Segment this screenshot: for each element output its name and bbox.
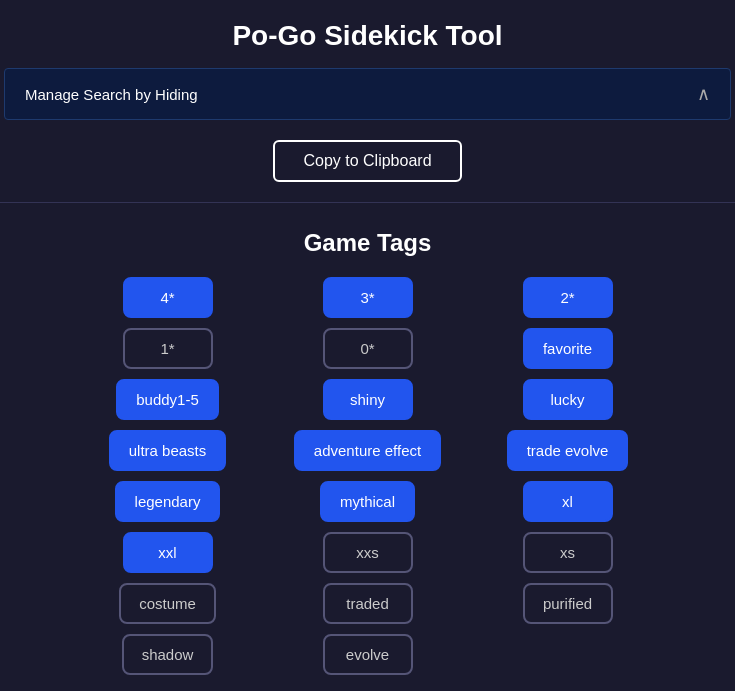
tag-3*[interactable]: 3* <box>323 277 413 318</box>
tags-grid: 4*1*buddy1-5ultra beastslegendaryxxlcost… <box>0 277 735 691</box>
tag-mythical[interactable]: mythical <box>320 481 415 522</box>
tag-trade-evolve[interactable]: trade evolve <box>507 430 629 471</box>
tag-xl[interactable]: xl <box>523 481 613 522</box>
game-tags-title: Game Tags <box>0 213 735 277</box>
manage-bar[interactable]: Manage Search by Hiding ∧ <box>4 68 731 120</box>
tag-4*[interactable]: 4* <box>123 277 213 318</box>
tag-shiny[interactable]: shiny <box>323 379 413 420</box>
tag-legendary[interactable]: legendary <box>115 481 221 522</box>
tags-column-1: 4*1*buddy1-5ultra beastslegendaryxxlcost… <box>78 277 258 675</box>
tag-buddy1-5[interactable]: buddy1-5 <box>116 379 219 420</box>
manage-bar-label: Manage Search by Hiding <box>25 86 198 103</box>
divider <box>0 202 735 203</box>
tag-costume[interactable]: costume <box>119 583 216 624</box>
tag-adventure-effect[interactable]: adventure effect <box>294 430 441 471</box>
tag-purified[interactable]: purified <box>523 583 613 624</box>
tags-column-3: 2*favoriteluckytrade evolvexlxspurified <box>478 277 658 675</box>
chevron-up-icon: ∧ <box>697 83 710 105</box>
tags-column-2: 3*0*shinyadventure effectmythicalxxstrad… <box>278 277 458 675</box>
tag-favorite[interactable]: favorite <box>523 328 613 369</box>
tag-xs[interactable]: xs <box>523 532 613 573</box>
tag-0*[interactable]: 0* <box>323 328 413 369</box>
app-title: Po-Go Sidekick Tool <box>0 0 735 68</box>
tag-ultra-beasts[interactable]: ultra beasts <box>109 430 227 471</box>
toolbar: Copy to Clipboard <box>0 120 735 192</box>
tag-lucky[interactable]: lucky <box>523 379 613 420</box>
tag-traded[interactable]: traded <box>323 583 413 624</box>
tag-2*[interactable]: 2* <box>523 277 613 318</box>
tag-evolve[interactable]: evolve <box>323 634 413 675</box>
tag-xxl[interactable]: xxl <box>123 532 213 573</box>
tag-1*[interactable]: 1* <box>123 328 213 369</box>
tag-shadow[interactable]: shadow <box>122 634 214 675</box>
copy-to-clipboard-button[interactable]: Copy to Clipboard <box>273 140 461 182</box>
tag-xxs[interactable]: xxs <box>323 532 413 573</box>
